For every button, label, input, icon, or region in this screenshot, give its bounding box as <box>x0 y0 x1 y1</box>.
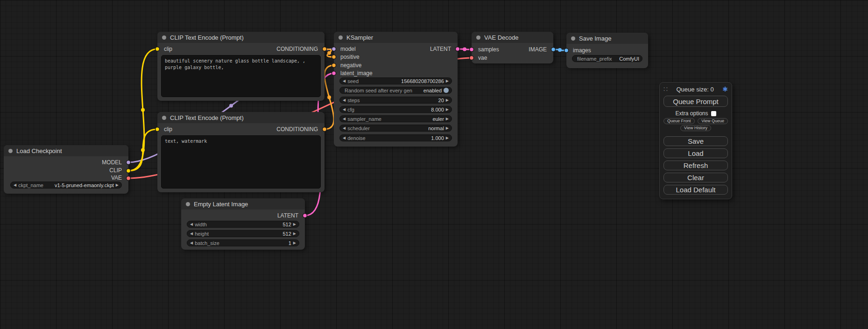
input-slot-negative: negative <box>340 62 361 69</box>
node-title: VAE Decode <box>484 34 518 41</box>
widget-value: 512 <box>282 231 291 237</box>
node-clip-text-encode-positive[interactable]: CLIP Text Encode (Prompt) clip CONDITION… <box>157 32 325 101</box>
node-vae-decode[interactable]: VAE Decode samples vae IMAGE <box>472 32 553 63</box>
widget-scheduler[interactable]: ◀ scheduler normal ▶ <box>339 125 452 132</box>
widget-label: sampler_name <box>347 116 430 122</box>
widget-width[interactable]: ◀ width 512 ▶ <box>187 221 299 228</box>
input-slot-vae: vae <box>478 54 487 62</box>
widget-value: v1-5-pruned-emaonly.ckpt <box>55 182 114 188</box>
increment-arrow-icon[interactable]: ▶ <box>116 183 119 187</box>
decrement-arrow-icon[interactable]: ◀ <box>14 183 16 187</box>
collapse-dot-icon[interactable] <box>339 35 343 40</box>
widget-value: enabled <box>423 88 442 93</box>
queue-prompt-button[interactable]: Queue Prompt <box>663 96 728 107</box>
widget-value: 8.000 <box>431 107 444 112</box>
widget-label: seed <box>347 78 399 84</box>
increment-arrow-icon[interactable]: ▶ <box>446 117 449 121</box>
decrement-arrow-icon[interactable]: ◀ <box>190 232 193 236</box>
decrement-arrow-icon[interactable]: ◀ <box>190 241 193 245</box>
view-history-button[interactable]: View History <box>680 125 711 131</box>
collapse-dot-icon[interactable] <box>476 35 480 40</box>
wire-conditioning-positive <box>325 49 334 57</box>
widget-label: height <box>195 231 281 237</box>
clear-button[interactable]: Clear <box>663 173 728 182</box>
input-slot-positive: positive <box>340 53 360 61</box>
increment-arrow-icon[interactable]: ▶ <box>446 98 449 102</box>
extra-options-checkbox[interactable] <box>711 111 716 116</box>
node-save-image[interactable]: Save Image images filename_prefix ComfyU… <box>566 33 648 68</box>
output-slot-latent: LATENT <box>277 212 298 219</box>
decrement-arrow-icon[interactable]: ◀ <box>343 98 346 102</box>
widget-height[interactable]: ◀ height 512 ▶ <box>187 230 299 237</box>
node-title-bar[interactable]: CLIP Text Encode (Prompt) <box>157 32 325 43</box>
widget-value: 1 <box>289 240 291 246</box>
widget-steps[interactable]: ◀ steps 20 ▶ <box>339 97 452 104</box>
node-empty-latent-image[interactable]: Empty Latent Image LATENT ◀ width 512 ▶ … <box>181 198 305 250</box>
collapse-dot-icon[interactable] <box>571 36 575 41</box>
node-ksampler[interactable]: KSampler model positive negative latent_… <box>334 32 458 147</box>
decrement-arrow-icon[interactable]: ◀ <box>190 223 193 226</box>
widget-label: filename_prefix <box>577 56 617 62</box>
node-title-bar[interactable]: Empty Latent Image <box>181 198 305 210</box>
collapse-dot-icon[interactable] <box>162 35 166 40</box>
increment-arrow-icon[interactable]: ▶ <box>446 136 449 140</box>
negative-prompt-textarea[interactable]: text, watermark <box>161 135 321 189</box>
node-title-bar[interactable]: Load Checkpoint <box>4 145 128 156</box>
increment-arrow-icon[interactable]: ▶ <box>293 232 296 236</box>
wire-latent-output <box>458 49 472 49</box>
save-button[interactable]: Save <box>663 136 728 146</box>
node-clip-text-encode-negative[interactable]: CLIP Text Encode (Prompt) clip CONDITION… <box>157 112 325 192</box>
widget-value: 156680208700286 <box>401 78 444 84</box>
increment-arrow-icon[interactable]: ▶ <box>293 241 296 245</box>
decrement-arrow-icon[interactable]: ◀ <box>343 108 346 112</box>
widget-label: width <box>195 222 281 227</box>
load-default-button[interactable]: Load Default <box>663 185 728 195</box>
input-slot-model: model <box>340 45 356 53</box>
widget-label: scheduler <box>347 126 426 131</box>
drag-handle-icon[interactable]: ∷ <box>663 85 668 93</box>
decrement-arrow-icon[interactable]: ◀ <box>343 136 346 140</box>
load-button[interactable]: Load <box>663 148 728 158</box>
widget-cfg[interactable]: ◀ cfg 8.000 ▶ <box>339 106 452 113</box>
output-slot-clip: CLIP <box>109 167 122 174</box>
view-queue-button[interactable]: View Queue <box>698 118 728 124</box>
widget-label: Random seed after every gen <box>345 88 422 93</box>
decrement-arrow-icon[interactable]: ◀ <box>343 117 346 121</box>
node-title-bar[interactable]: KSampler <box>334 32 458 43</box>
widget-seed[interactable]: ◀ seed 156680208700286 ▶ <box>339 77 452 84</box>
widget-random-seed[interactable]: Random seed after every gen enabled <box>339 87 452 94</box>
node-title: KSampler <box>346 34 373 41</box>
graph-canvas[interactable]: { "colors": { "model": "#B39DDB", "clip"… <box>0 0 868 329</box>
extra-options-label: Extra options <box>675 110 708 117</box>
collapse-dot-icon[interactable] <box>186 202 190 206</box>
collapse-dot-icon[interactable] <box>162 116 166 120</box>
node-title-bar[interactable]: CLIP Text Encode (Prompt) <box>157 112 325 123</box>
collapse-dot-icon[interactable] <box>8 149 13 153</box>
node-load-checkpoint[interactable]: Load Checkpoint MODEL CLIP VAE ◀ ckpt_na… <box>4 145 128 194</box>
widget-value: 512 <box>282 222 291 227</box>
increment-arrow-icon[interactable]: ▶ <box>446 79 449 83</box>
queue-front-button[interactable]: Queue Front <box>663 118 695 124</box>
widget-denoise[interactable]: ◀ denoise 1.000 ▶ <box>339 134 452 141</box>
node-title-bar[interactable]: VAE Decode <box>472 32 553 43</box>
increment-arrow-icon[interactable]: ▶ <box>446 108 449 112</box>
widget-batch-size[interactable]: ◀ batch_size 1 ▶ <box>187 239 299 246</box>
node-title: Save Image <box>579 35 611 42</box>
widget-filename-prefix[interactable]: filename_prefix ComfyUI <box>572 55 642 62</box>
widget-ckpt-name[interactable]: ◀ ckpt_name v1-5-pruned-emaonly.ckpt ▶ <box>10 182 122 189</box>
decrement-arrow-icon[interactable]: ◀ <box>343 126 346 130</box>
widget-label: batch_size <box>195 240 287 246</box>
increment-arrow-icon[interactable]: ▶ <box>293 223 296 226</box>
increment-arrow-icon[interactable]: ▶ <box>446 126 449 130</box>
wire-image <box>553 49 566 50</box>
output-slot-latent: LATENT <box>430 45 451 53</box>
seed-toggle-icon[interactable] <box>444 88 449 93</box>
settings-gear-icon[interactable]: ✱ <box>722 85 728 93</box>
positive-prompt-textarea[interactable]: beautiful scenery nature glass bottle la… <box>161 55 321 97</box>
link-midpoint-dot <box>141 148 145 152</box>
decrement-arrow-icon[interactable]: ◀ <box>343 79 346 83</box>
node-title-bar[interactable]: Save Image <box>566 33 648 44</box>
widget-sampler-name[interactable]: ◀ sampler_name euler ▶ <box>339 115 452 122</box>
refresh-button[interactable]: Refresh <box>663 161 728 170</box>
output-slot-conditioning: CONDITIONING <box>276 45 318 53</box>
